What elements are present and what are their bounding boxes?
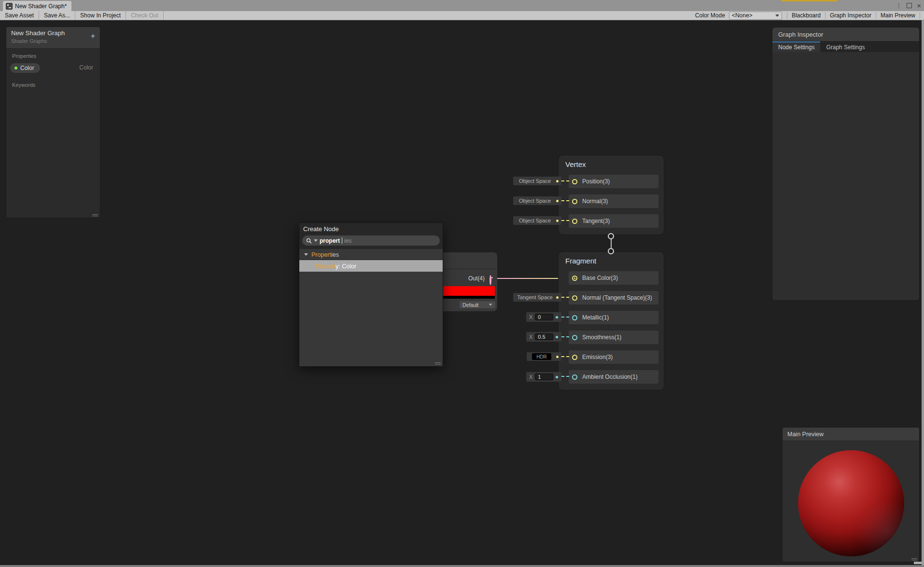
- chip-connector: [561, 336, 569, 337]
- vector3-dot-icon: [556, 296, 559, 299]
- graph-inspector-toggle-button[interactable]: Graph Inspector: [825, 12, 876, 19]
- chip-connector: [561, 297, 569, 298]
- port-label: Position(3): [582, 178, 610, 185]
- blackboard-toggle-button[interactable]: Blackboard: [787, 12, 825, 19]
- fragment-node[interactable]: Fragment Base Color(3) Normal (Tangent S…: [558, 251, 664, 390]
- port-label: Metallic(1): [582, 314, 609, 321]
- graph-type-label: Shader Graphs: [11, 38, 47, 44]
- preview-resize-grip[interactable]: [911, 558, 917, 560]
- float-dot-icon: [556, 316, 558, 318]
- tangent-space-chip[interactable]: Tangent Space: [513, 293, 561, 302]
- window-titlebar: New Shader Graph* ⋮ ×: [0, 0, 924, 11]
- exposed-dot-icon: [14, 67, 17, 69]
- show-in-project-button[interactable]: Show In Project: [75, 11, 126, 20]
- ambient-occlusion-value-field[interactable]: 1: [535, 373, 553, 380]
- stack-link-knob[interactable]: [608, 233, 614, 239]
- vector3-dot-icon: [556, 200, 559, 202]
- window-resize-corner[interactable]: [914, 562, 922, 564]
- port-label: Ambient Occlusion(1): [582, 373, 638, 380]
- category-expand-icon[interactable]: [304, 253, 308, 256]
- chip-connector: [561, 356, 569, 357]
- vector3-port-icon[interactable]: [572, 199, 577, 204]
- port-label: Normal(3): [582, 198, 608, 205]
- add-property-button[interactable]: +: [91, 32, 95, 40]
- shader-graph-asset-icon: [6, 3, 13, 10]
- tab-node-settings[interactable]: Node Settings: [772, 41, 820, 52]
- color-mode-dropdown[interactable]: <None>: [729, 12, 782, 20]
- hdr-color-field[interactable]: HDR: [532, 353, 551, 360]
- vertex-row-tangent[interactable]: Tangent(3): [569, 214, 658, 228]
- category-row-properties[interactable]: Properties: [299, 249, 443, 260]
- vector3-dot-icon: [556, 356, 559, 358]
- node-search-input[interactable]: propert ies: [302, 235, 440, 246]
- vector3-port-connected-icon[interactable]: [572, 276, 577, 281]
- shader-graph-window: Vertex Position(3) Normal(3) Tangent(3) …: [0, 0, 924, 567]
- port-label: Tangent(3): [582, 218, 610, 224]
- float-port-icon[interactable]: [572, 335, 577, 340]
- window-menu-icon[interactable]: ⋮: [896, 2, 902, 9]
- vector3-port-icon[interactable]: [572, 295, 577, 301]
- chip-connector: [561, 376, 569, 377]
- out-port-label: Out(4): [468, 275, 485, 282]
- graph-inspector-title: Graph Inspector: [772, 28, 919, 41]
- chip-connector: [561, 220, 569, 221]
- object-space-chip[interactable]: Object Space: [513, 196, 561, 205]
- check-out-button: Check Out: [126, 11, 164, 20]
- fragment-row-emission[interactable]: Emission(3): [569, 350, 658, 364]
- document-tab-title: New Shader Graph*: [15, 3, 67, 10]
- stack-link-knob[interactable]: [608, 248, 614, 254]
- float-port-icon[interactable]: [572, 315, 577, 320]
- main-preview-panel: Main Preview: [782, 427, 920, 562]
- metallic-value-chip[interactable]: X 0: [526, 312, 561, 322]
- search-autocomplete-hint: ies: [344, 237, 351, 244]
- chevron-down-icon: [489, 304, 492, 306]
- color-swatch[interactable]: [443, 286, 495, 296]
- property-type-label: Color: [79, 64, 93, 71]
- vector3-dot-icon: [556, 220, 559, 222]
- shader-preview-sphere[interactable]: [798, 450, 904, 556]
- vertex-row-position[interactable]: Position(3): [569, 175, 658, 188]
- close-icon[interactable]: ×: [917, 2, 921, 9]
- color-mode-select[interactable]: Default: [460, 301, 495, 308]
- result-row-property-color[interactable]: Property: Color: [299, 260, 443, 272]
- search-results-list: Properties Property: Color: [299, 249, 443, 366]
- text-caret: [342, 237, 342, 244]
- document-tab[interactable]: New Shader Graph*: [3, 1, 71, 11]
- smoothness-value-chip[interactable]: X 0.5: [526, 332, 561, 342]
- window-right-border[interactable]: [922, 20, 924, 565]
- create-node-dialog: Create Node propert ies Properties Prope…: [299, 222, 443, 366]
- vertex-node[interactable]: Vertex Position(3) Normal(3) Tangent(3): [558, 155, 664, 235]
- object-space-chip[interactable]: Object Space: [513, 216, 561, 225]
- chip-connector: [561, 180, 569, 181]
- alpha-bar: [443, 296, 495, 299]
- vector3-port-icon[interactable]: [572, 219, 577, 224]
- blackboard-header[interactable]: New Shader Graph Shader Graphs +: [6, 27, 100, 49]
- search-filter-dropdown-icon[interactable]: [314, 239, 318, 242]
- save-as-button[interactable]: Save As...: [39, 11, 75, 20]
- smoothness-value-field[interactable]: 0.5: [535, 333, 553, 340]
- dialog-resize-grip[interactable]: [435, 362, 441, 364]
- fragment-row-normal[interactable]: Normal (Tangent Space)(3): [569, 291, 658, 304]
- property-pill-color[interactable]: Color: [10, 63, 40, 73]
- fragment-row-base-color[interactable]: Base Color(3): [569, 271, 658, 285]
- color-node[interactable]: Out(4) Default: [443, 252, 497, 311]
- fragment-row-smoothness[interactable]: Smoothness(1): [569, 331, 658, 344]
- float-port-icon[interactable]: [572, 374, 577, 380]
- vector3-port-icon[interactable]: [572, 355, 577, 360]
- main-preview-toggle-button[interactable]: Main Preview: [876, 12, 920, 19]
- save-asset-button[interactable]: Save Asset: [0, 11, 39, 20]
- blackboard-resize-grip[interactable]: [92, 214, 98, 216]
- vector3-port-icon[interactable]: [572, 179, 577, 184]
- vector4-port-connected-icon[interactable]: [490, 275, 491, 285]
- object-space-chip[interactable]: Object Space: [513, 177, 561, 185]
- emission-hdr-chip[interactable]: HDR: [527, 352, 561, 361]
- fragment-row-ambient-occlusion[interactable]: Ambient Occlusion(1): [569, 370, 658, 384]
- window-bottom-border[interactable]: [0, 565, 924, 567]
- tab-graph-settings[interactable]: Graph Settings: [820, 41, 870, 52]
- ambient-occlusion-value-chip[interactable]: X 1: [526, 372, 561, 382]
- fragment-row-metallic[interactable]: Metallic(1): [569, 311, 658, 324]
- search-icon: [306, 238, 312, 244]
- maximize-icon[interactable]: [907, 3, 912, 8]
- vertex-row-normal[interactable]: Normal(3): [569, 194, 658, 208]
- metallic-value-field[interactable]: 0: [535, 314, 553, 320]
